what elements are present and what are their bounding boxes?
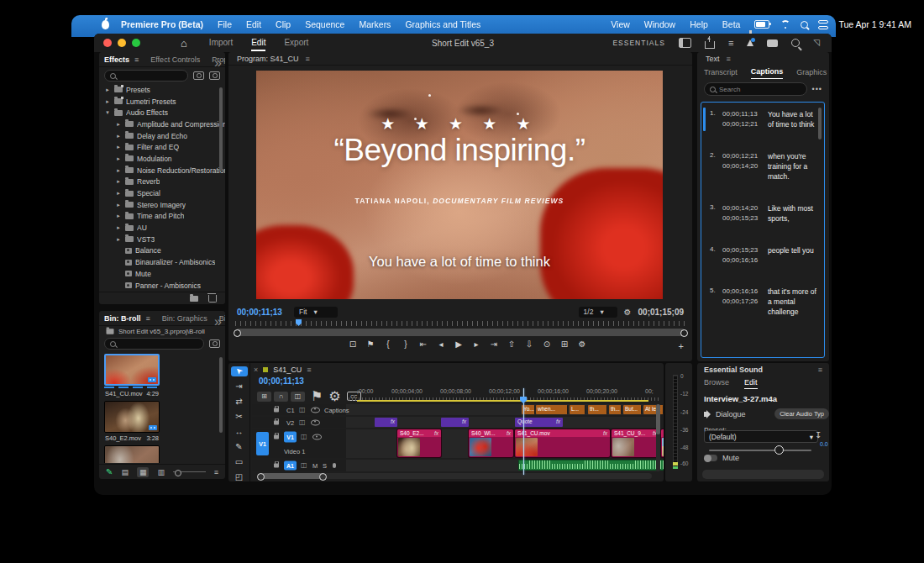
graphic-clip[interactable]: Quotefx xyxy=(515,418,563,427)
zoom-handle-left[interactable] xyxy=(257,473,265,481)
bin-clip[interactable]: S41_CU_9...4:00 xyxy=(104,445,160,463)
caption-clip[interactable]: But... xyxy=(623,405,642,414)
menu-item[interactable]: Sequence xyxy=(305,19,344,29)
panel-tab[interactable]: Effects xyxy=(104,55,139,64)
menu-item[interactable]: Graphics and Titles xyxy=(405,19,480,29)
effects-tree-item[interactable]: ▸ VST3 xyxy=(99,234,225,245)
chevron-icon[interactable]: ▸ xyxy=(115,178,122,185)
close-window-button[interactable] xyxy=(103,39,112,47)
panel-tab[interactable]: Transcript xyxy=(704,66,738,79)
beta-features-icon[interactable] xyxy=(747,39,753,46)
track-visibility-icon[interactable] xyxy=(311,419,320,425)
caption-row[interactable]: 5. 00;00;16;1600;00;17;26 that it's more… xyxy=(701,287,824,317)
mark-out-icon[interactable]: } xyxy=(401,339,411,349)
menu-item[interactable]: Premiere Pro (Beta) xyxy=(121,19,203,29)
effects-tree-item[interactable]: ▸ Amplitude and Compression xyxy=(99,118,225,130)
zoom-slider-knob[interactable] xyxy=(175,470,181,476)
timeline-wrench-icon[interactable]: ⚙ xyxy=(328,388,340,404)
effects-tree-item[interactable]: ▸ Modulation xyxy=(99,153,225,165)
caption-row[interactable]: 4. 00;00;15;2300;00;16;16 people tell yo… xyxy=(701,245,824,265)
track-target-a1[interactable]: A1 xyxy=(284,461,297,471)
caption-clip[interactable]: th... xyxy=(609,405,622,414)
lock-icon[interactable] xyxy=(274,408,279,412)
panel-tab[interactable]: Bin: Graphics xyxy=(162,314,207,323)
spotlight-search-icon[interactable] xyxy=(801,21,808,29)
quick-export-menu-icon[interactable]: ≡ xyxy=(728,39,733,48)
panel-menu-icon[interactable]: ≡ xyxy=(727,55,731,63)
caption-in-time[interactable]: 00;00;14;20 xyxy=(722,203,764,213)
bin-search-input[interactable] xyxy=(104,338,204,350)
play-icon[interactable]: ▶ xyxy=(454,339,464,349)
caption-text[interactable]: when you're training for a match. xyxy=(768,151,820,182)
panel-menu-icon[interactable]: ≡ xyxy=(818,366,822,374)
menu-item[interactable]: Help xyxy=(690,19,708,29)
scrollbar-handle[interactable] xyxy=(259,473,324,479)
caption-out-time[interactable]: 00;00;16;16 xyxy=(722,255,764,266)
track-badge-icon[interactable]: ◫ xyxy=(299,407,306,413)
panel-overflow-icon[interactable]: » xyxy=(214,55,222,71)
captions-search-input[interactable]: Search xyxy=(704,82,807,96)
caption-row[interactable]: 3. 00;00;14;2000;00;15;23 Like with most… xyxy=(701,203,824,224)
video-clip[interactable]: S40_WI...fx xyxy=(469,429,513,457)
mode-tab[interactable]: Export xyxy=(284,34,308,51)
menu-item[interactable]: Beta xyxy=(722,19,741,29)
effects-search-input[interactable] xyxy=(104,70,188,82)
slip-tool[interactable]: ↔ xyxy=(231,427,248,437)
effects-tree-item[interactable]: ▸ Lumetri Presets xyxy=(99,96,225,108)
menu-item[interactable]: Window xyxy=(644,19,675,29)
audio-clip[interactable] xyxy=(518,460,664,471)
effects-tree-item[interactable]: ▸ Delay and Echo xyxy=(99,130,225,142)
mode-tab[interactable]: Import xyxy=(209,34,233,51)
panel-tab[interactable]: Effect Controls xyxy=(150,55,200,64)
video-clip[interactable] xyxy=(661,429,664,457)
bin-clip[interactable]: S41_CU.mov4:29 xyxy=(104,354,160,397)
timeline-timecode[interactable]: 00;00;11;13 xyxy=(259,376,304,386)
workspace-label[interactable]: ESSENTIALS xyxy=(612,39,664,47)
snap-icon[interactable]: ∩ xyxy=(274,392,288,402)
control-center-icon[interactable] xyxy=(818,20,828,29)
track-name[interactable]: V2 xyxy=(286,418,294,426)
ripple-edit-tool[interactable]: ⇄ xyxy=(231,397,248,407)
export-frame-icon[interactable]: ⊡ xyxy=(348,339,358,349)
freeform-view-icon[interactable]: ▥ xyxy=(157,468,165,476)
source-patch-v1[interactable]: V1 xyxy=(256,432,269,455)
zoom-level-dropdown[interactable]: Fit▾ xyxy=(294,307,338,318)
zoom-window-button[interactable] xyxy=(132,39,140,47)
settings-wrench-icon[interactable]: ⚙ xyxy=(624,308,632,317)
bin-menu-icon[interactable]: ≡ xyxy=(214,468,218,476)
minimize-window-button[interactable] xyxy=(118,39,126,47)
list-view-icon[interactable]: ▤ xyxy=(121,468,129,476)
caption-clip[interactable]: th... xyxy=(588,405,607,414)
mute-track-button[interactable]: M xyxy=(312,462,318,470)
selection-tool[interactable]: ➤ xyxy=(231,366,248,376)
sequence-name[interactable]: S41_CU xyxy=(273,366,302,374)
lock-icon[interactable] xyxy=(274,464,279,468)
add-marker-icon[interactable]: ⚑ xyxy=(365,339,375,349)
linked-selection-icon[interactable]: ◫ xyxy=(291,392,305,402)
caption-in-time[interactable]: 00;00;16;16 xyxy=(722,287,764,297)
graphic-clip[interactable]: fx xyxy=(441,418,469,427)
caption-in-time[interactable]: 00;00;11;13 xyxy=(722,109,764,119)
effects-scrollbar[interactable] xyxy=(219,87,223,171)
thumbnail-view-icon[interactable]: ▦ xyxy=(137,467,150,477)
close-icon[interactable]: × xyxy=(254,366,258,374)
razor-tool[interactable]: ✂ xyxy=(231,412,248,422)
export-frame2-icon[interactable]: ⊙ xyxy=(542,339,552,349)
timeline-vertical-scrollbar[interactable] xyxy=(656,404,660,471)
clip-name[interactable]: S40_E2.mov xyxy=(105,434,141,442)
menu-item[interactable]: Markers xyxy=(359,19,391,29)
workspaces-panel-icon[interactable] xyxy=(679,38,691,48)
chevron-icon[interactable]: ▸ xyxy=(104,87,111,93)
share-icon[interactable] xyxy=(705,41,715,49)
solo-track-button[interactable]: S xyxy=(323,462,327,470)
chevron-icon[interactable]: ▸ xyxy=(115,167,122,174)
caption-in-time[interactable]: 00;00;12;21 xyxy=(722,151,764,161)
fullscreen-icon[interactable]: ◹ xyxy=(813,39,820,47)
lift-icon[interactable]: ⇧ xyxy=(507,339,517,349)
home-icon[interactable]: ⌂ xyxy=(181,37,187,50)
scroll-handle-right[interactable] xyxy=(680,329,688,337)
chevron-icon[interactable]: ▾ xyxy=(104,109,111,116)
caption-out-time[interactable]: 00;00;17;26 xyxy=(722,297,764,307)
caption-text[interactable]: Like with most sports, xyxy=(768,203,820,224)
save-preset-icon[interactable]: ↧ xyxy=(815,430,822,439)
